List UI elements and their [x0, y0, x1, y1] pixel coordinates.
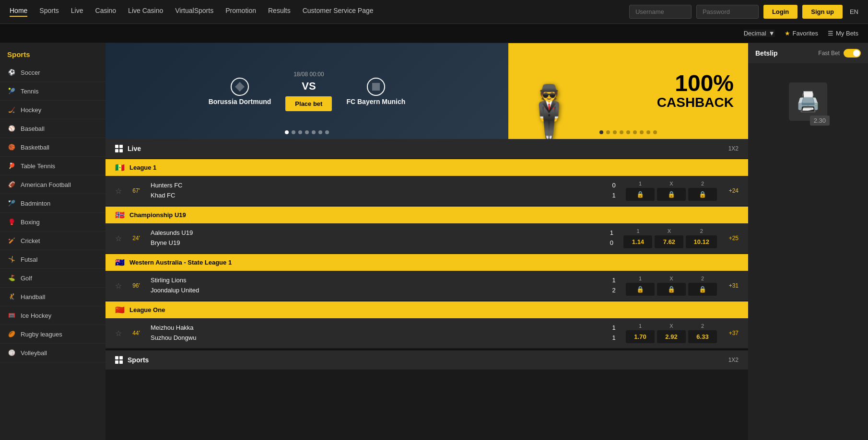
betslip-empty-state: 🖨️ 2.30 — [748, 63, 868, 140]
odds-btn-2-1[interactable]: 🔒 — [688, 188, 717, 201]
match-time-1: 67' — [129, 187, 143, 194]
sidebar-item-basketball[interactable]: 🏀 Basketball — [0, 138, 106, 157]
nav-promotion[interactable]: Promotion — [225, 7, 256, 17]
odds-btn-x-4[interactable]: 2.92 — [657, 330, 686, 343]
language-selector[interactable]: EN — [850, 8, 858, 15]
password-input[interactable] — [696, 5, 759, 19]
match-teams-3: Stirling Lions Joondalup United — [151, 276, 602, 296]
nav-live[interactable]: Live — [71, 7, 83, 17]
banner-dot-r9[interactable] — [653, 130, 657, 134]
team2-name-3: Joondalup United — [151, 286, 602, 296]
banner-area: Borussia Dortmund 18/08 00:00 VS Place b… — [106, 43, 748, 139]
sidebar-item-rugby[interactable]: 🏉 Rugby leagues — [0, 325, 106, 344]
banner-dot-r3[interactable] — [613, 130, 617, 134]
league-3-name: Western Australia - State League 1 — [129, 259, 232, 266]
sidebar-item-label: Cricket — [21, 237, 40, 244]
banner-dot-r5[interactable] — [626, 130, 630, 134]
odds-btn-1-3[interactable]: 🔒 — [626, 283, 655, 296]
fast-bet-area: Fast Bet — [818, 49, 861, 58]
decimal-selector[interactable]: Decimal ▼ — [744, 30, 775, 37]
favorite-star-2[interactable]: ☆ — [115, 234, 122, 243]
match-teams-4: Meizhou Hakka Suzhou Dongwu — [151, 323, 602, 343]
nav-virtual-sports[interactable]: VirtualSports — [175, 7, 213, 17]
sidebar-item-cricket[interactable]: 🏏 Cricket — [0, 232, 106, 250]
nav-live-casino[interactable]: Live Casino — [128, 7, 163, 17]
favorite-star-3[interactable]: ☆ — [115, 281, 122, 290]
odds-btn-1-1[interactable]: 🔒 — [626, 188, 655, 201]
odds-btn-x-1[interactable]: 🔒 — [657, 188, 686, 201]
fast-bet-toggle[interactable] — [844, 49, 861, 58]
sidebar-item-volleyball[interactable]: 🏐 Volleyball — [0, 344, 106, 362]
odds-btn-2-3[interactable]: 🔒 — [688, 283, 717, 296]
favorite-star-4[interactable]: ☆ — [115, 329, 122, 338]
sidebar-item-hockey[interactable]: 🏒 Hockey — [0, 101, 106, 119]
banner-dot-3[interactable] — [298, 130, 302, 134]
sidebar-item-futsal[interactable]: 🤸 Futsal — [0, 250, 106, 269]
odds-col-1-4: 1 1.70 — [626, 323, 655, 343]
score2-2: 0 — [610, 238, 613, 248]
score1-2: 1 — [610, 228, 613, 238]
banner-dot-r7[interactable] — [640, 130, 644, 134]
sidebar-item-handball[interactable]: 🤾 Handball — [0, 288, 106, 306]
odds-btn-x-3[interactable]: 🔒 — [657, 283, 686, 296]
nav-results[interactable]: Results — [268, 7, 291, 17]
odds-btn-1-4[interactable]: 1.70 — [626, 330, 655, 343]
banner-dot-r2[interactable] — [606, 130, 610, 134]
second-bar: Decimal ▼ ★ Favorites ☰ My Bets — [0, 24, 868, 43]
odds-col-1-2: 1 1.14 — [623, 228, 652, 248]
more-odds-4[interactable]: +37 — [724, 330, 739, 336]
banner-vs-area: 18/08 00:00 VS Place bet — [285, 71, 332, 111]
more-odds-2[interactable]: +25 — [724, 235, 739, 242]
sidebar-item-table-tennis[interactable]: 🏓 Table Tennis — [0, 157, 106, 175]
mybets-button[interactable]: ☰ My Bets — [828, 30, 858, 37]
banner-vs-text: VS — [285, 80, 332, 93]
banner-dot-7[interactable] — [325, 130, 329, 134]
handball-icon: 🤾 — [7, 292, 16, 301]
signup-button[interactable]: Sign up — [802, 5, 843, 19]
favorite-star-1[interactable]: ☆ — [115, 186, 122, 196]
banner-dot-2[interactable] — [292, 130, 295, 134]
sidebar-item-soccer[interactable]: ⚽ Soccer — [0, 63, 106, 82]
nav-casino[interactable]: Casino — [95, 7, 117, 17]
username-input[interactable] — [629, 5, 692, 19]
login-button[interactable]: Login — [763, 5, 798, 19]
match-row-3: ☆ 96' Stirling Lions Joondalup United 1 … — [106, 271, 748, 301]
sidebar: Sports ⚽ Soccer 🎾 Tennis 🏒 Hockey ⚾ Base… — [0, 43, 106, 440]
banner-dot-r4[interactable] — [620, 130, 623, 134]
odds-btn-2-4[interactable]: 6.33 — [688, 330, 717, 343]
team2-logo — [346, 77, 405, 98]
banner-dot-r1[interactable] — [599, 130, 603, 134]
banner-dot-1[interactable] — [285, 130, 289, 134]
betslip-title: Betslip — [755, 49, 778, 57]
odds-btn-1-2[interactable]: 1.14 — [623, 235, 652, 248]
team1-logo — [209, 77, 271, 98]
place-bet-button[interactable]: Place bet — [285, 96, 332, 111]
sidebar-item-american-football[interactable]: 🏈 American Football — [0, 175, 106, 194]
baseball-icon: ⚾ — [7, 124, 16, 133]
nav-home[interactable]: Home — [10, 7, 27, 17]
more-odds-1[interactable]: +24 — [724, 187, 739, 194]
sidebar-item-golf[interactable]: ⛳ Golf — [0, 269, 106, 288]
odds-btn-2-2[interactable]: 10.12 — [686, 235, 717, 248]
more-odds-3[interactable]: +31 — [724, 282, 739, 289]
nav-customer-service[interactable]: Customer Service Page — [303, 7, 374, 17]
main-content: Borussia Dortmund 18/08 00:00 VS Place b… — [106, 43, 748, 440]
banner-dot-6[interactable] — [318, 130, 322, 134]
banner-dot-4[interactable] — [305, 130, 309, 134]
sidebar-item-label: Baseball — [21, 125, 45, 132]
sidebar-item-baseball[interactable]: ⚾ Baseball — [0, 119, 106, 138]
banner-dot-r6[interactable] — [633, 130, 637, 134]
match-row-2: ☆ 24' Aalesunds U19 Bryne U19 1 0 1 1.14… — [106, 223, 748, 253]
odds-btn-x-2[interactable]: 7.62 — [655, 235, 683, 248]
banner-dot-5[interactable] — [312, 130, 316, 134]
nav-sports[interactable]: Sports — [39, 7, 59, 17]
banner-cashback-area: 🕴️ 100% CASHBACK — [508, 43, 748, 139]
banner-date: 18/08 00:00 — [285, 71, 332, 78]
favorites-button[interactable]: ★ Favorites — [785, 30, 818, 37]
golf-icon: ⛳ — [7, 274, 16, 282]
sidebar-item-ice-hockey[interactable]: 🥅 Ice Hockey — [0, 306, 106, 325]
sidebar-item-badminton[interactable]: 🏸 Badminton — [0, 194, 106, 213]
sidebar-item-tennis[interactable]: 🎾 Tennis — [0, 82, 106, 101]
banner-dot-r8[interactable] — [646, 130, 650, 134]
sidebar-item-boxing[interactable]: 🥊 Boxing — [0, 213, 106, 232]
